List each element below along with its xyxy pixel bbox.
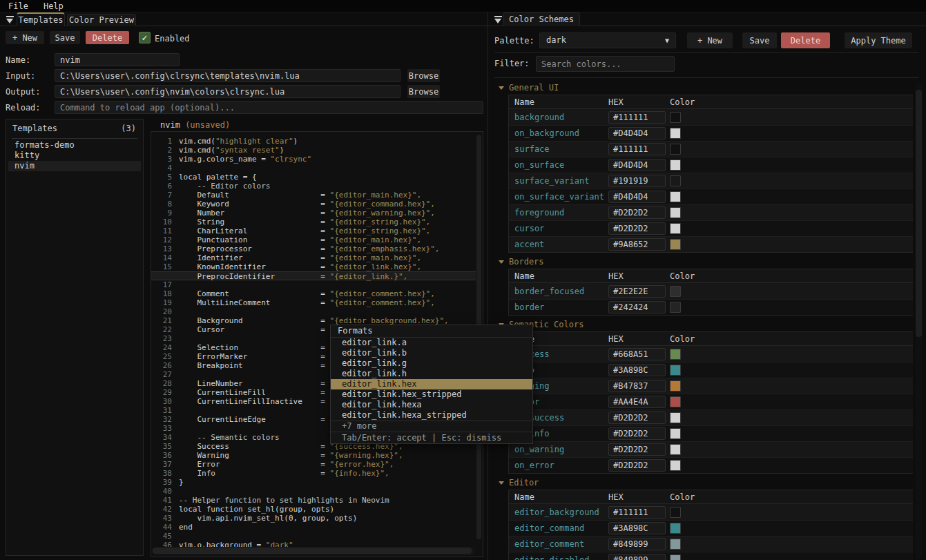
color-swatch[interactable] (670, 223, 681, 234)
left-tab-bar: Templates Color Preview (0, 12, 488, 26)
color-swatch[interactable] (670, 144, 681, 155)
hex-value-input[interactable]: #3A898C (608, 522, 666, 534)
color-swatch[interactable] (670, 160, 681, 171)
section-header[interactable]: Editor (499, 478, 913, 487)
popup-format-item[interactable]: editor_link.h (331, 369, 532, 379)
enabled-checkbox[interactable]: ✓ (139, 32, 151, 44)
input-path-input[interactable] (55, 69, 401, 82)
color-swatch[interactable] (670, 412, 681, 423)
save-palette-button[interactable]: Save (742, 32, 777, 48)
palette-dropdown[interactable]: dark ▼ (539, 32, 676, 48)
popup-format-item[interactable]: editor_link.hexa_stripped (331, 410, 532, 421)
hex-value-input[interactable]: #D2D2D2 (608, 427, 666, 440)
templates-list: Templates (3) formats-demokittynvim (6, 119, 144, 556)
hex-value-input[interactable]: #D4D4D4 (608, 191, 666, 203)
line-number: 37 (151, 460, 172, 469)
menu-item-file[interactable]: File (8, 1, 28, 11)
hex-value-input[interactable]: #849899 (608, 538, 666, 550)
hex-value-input[interactable]: #111111 (608, 506, 666, 519)
new-template-button[interactable]: + New (6, 31, 44, 44)
hex-value-input[interactable]: #668A51 (608, 348, 666, 360)
delete-template-button[interactable]: Delete (86, 31, 129, 44)
color-swatch[interactable] (670, 128, 681, 139)
popup-more-item[interactable]: +7 more (331, 421, 532, 432)
hex-value-input[interactable]: #D4D4D4 (608, 127, 666, 139)
color-swatch[interactable] (670, 444, 681, 455)
input-browse-button[interactable]: Browse (407, 69, 440, 82)
hex-value-input[interactable]: #242424 (608, 301, 666, 313)
code-text: Number = "{editor_warning.hex}", (179, 209, 435, 218)
delete-palette-button[interactable]: Delete (781, 32, 830, 48)
name-input[interactable] (55, 53, 180, 66)
code-text: Selection = (179, 343, 330, 352)
hex-value-input[interactable]: #111111 (608, 143, 666, 155)
template-list-item[interactable]: formats-demo (8, 140, 141, 151)
template-list-item[interactable]: kitty (8, 151, 141, 161)
new-palette-button[interactable]: + New (687, 32, 733, 48)
tab-color-schemes[interactable]: Color Schemes (503, 12, 580, 26)
tab-color-preview[interactable]: Color Preview (67, 14, 136, 26)
chevron-down-icon: ▼ (665, 33, 669, 48)
output-browse-button[interactable]: Browse (407, 85, 440, 98)
code-token: "{editor_string.hex}", (330, 226, 431, 235)
color-swatch[interactable] (670, 239, 681, 250)
hex-value-input[interactable]: #AA4E4A (608, 396, 666, 408)
save-template-button[interactable]: Save (50, 31, 80, 44)
color-swatch[interactable] (670, 460, 681, 471)
color-swatch[interactable] (670, 523, 681, 534)
color-swatch[interactable] (670, 365, 681, 376)
apply-theme-button[interactable]: Apply Theme (845, 32, 912, 48)
hex-value-input[interactable]: #9A8652 (608, 238, 666, 251)
popup-format-item[interactable]: editor_link.g (331, 358, 532, 369)
hex-value-input[interactable]: #111111 (608, 111, 666, 124)
color-swatch[interactable] (670, 302, 681, 313)
hex-value-input[interactable]: #D2D2D2 (608, 412, 666, 424)
menu-item-help[interactable]: Help (44, 1, 64, 11)
hex-value-input[interactable]: #191919 (608, 175, 666, 187)
color-swatch[interactable] (670, 112, 681, 123)
hex-value-input[interactable]: #B47837 (608, 380, 666, 392)
hex-value-input[interactable]: #D2D2D2 (608, 222, 666, 235)
popup-format-item[interactable]: editor_link.b (331, 348, 532, 358)
color-row: accent#9A8652 (509, 236, 913, 252)
color-swatch[interactable] (670, 349, 681, 360)
color-swatch[interactable] (670, 286, 681, 297)
tab-templates[interactable]: Templates (17, 12, 65, 26)
hex-value-input[interactable]: #849899 (608, 554, 666, 560)
collapse-panel-icon[interactable] (6, 16, 15, 24)
output-path-input[interactable] (55, 85, 401, 98)
collapse-panel-icon[interactable] (494, 16, 503, 24)
table-header-row: NameHEXColor (509, 490, 913, 504)
popup-format-item[interactable]: editor_link.hex_stripped (331, 389, 532, 400)
code-token: "{editor_string.hex}", (330, 218, 431, 226)
code-token: -- Editor colors (179, 182, 270, 191)
color-swatch[interactable] (670, 396, 681, 407)
hex-value-input[interactable]: #D2D2D2 (608, 206, 666, 219)
hex-value-input[interactable]: #2E2E2E (608, 285, 666, 298)
reload-command-input[interactable] (55, 101, 483, 114)
section-header[interactable]: Borders (499, 257, 913, 267)
section-header[interactable]: Semantic Colors (499, 320, 913, 329)
color-swatch[interactable] (670, 175, 681, 186)
hex-value-input[interactable]: #D4D4D4 (608, 159, 666, 171)
popup-format-item[interactable]: editor_link.hexa (331, 400, 532, 410)
hex-value-input[interactable]: #D2D2D2 (608, 443, 666, 456)
palette-scrollbar[interactable] (916, 90, 922, 337)
editor-horizontal-scrollbar[interactable] (153, 548, 472, 554)
section-header[interactable]: General UI (499, 83, 913, 93)
color-swatch[interactable] (670, 191, 681, 202)
popup-format-item[interactable]: editor_link.a (331, 338, 532, 348)
color-swatch[interactable] (670, 207, 681, 218)
color-filter-input[interactable] (536, 56, 675, 72)
color-swatch[interactable] (670, 539, 681, 550)
color-swatch[interactable] (670, 507, 681, 518)
code-token: CharLiteral = (179, 226, 330, 235)
color-swatch[interactable] (670, 554, 681, 560)
popup-format-item[interactable]: editor_link.hex (331, 379, 532, 389)
template-list-item[interactable]: nvim (8, 161, 141, 171)
color-swatch[interactable] (670, 428, 681, 439)
color-swatch[interactable] (670, 380, 681, 392)
column-header-hex: HEX (608, 492, 624, 502)
hex-value-input[interactable]: #D2D2D2 (608, 459, 666, 472)
hex-value-input[interactable]: #3A898C (608, 364, 666, 376)
